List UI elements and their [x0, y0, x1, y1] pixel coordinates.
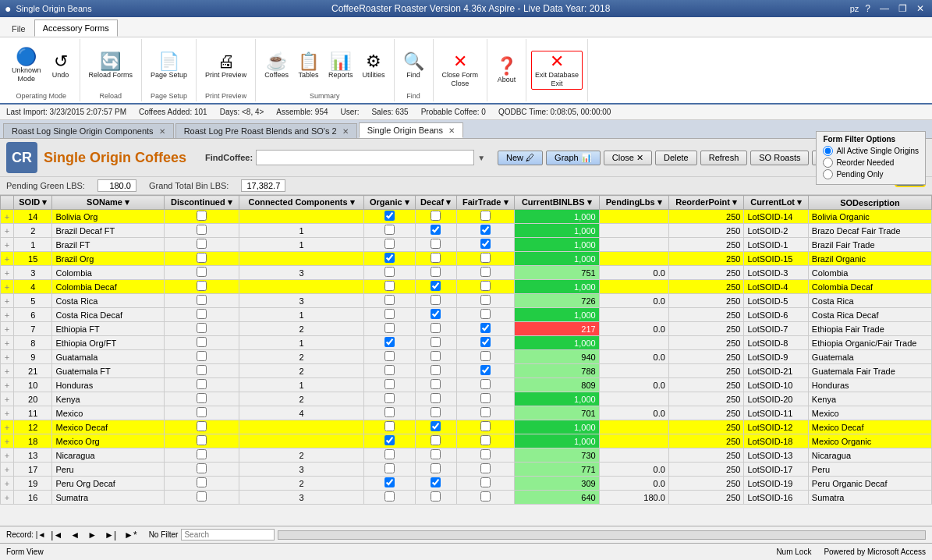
cell-fairtrade[interactable]	[456, 266, 514, 280]
row-expand[interactable]: +	[1, 420, 14, 434]
table-row[interactable]: +11Mexico47010.0250LotSOID-11Mexico	[1, 406, 932, 420]
col-soname[interactable]: SOName ▾	[52, 196, 164, 210]
cell-decaf[interactable]	[415, 378, 456, 392]
table-row[interactable]: +21Guatemala FT2788250LotSOID-21Guatemal…	[1, 364, 932, 378]
table-row[interactable]: +18Mexico Org1,000250LotSOID-18Mexico Or…	[1, 434, 932, 448]
cell-discontinued[interactable]	[164, 252, 239, 266]
cell-organic[interactable]	[364, 477, 416, 491]
cell-organic[interactable]	[364, 463, 416, 477]
doc-tab-roast-log-so[interactable]: Roast Log Single Origin Components ✕	[3, 123, 174, 138]
new-button[interactable]: New 🖊	[498, 151, 543, 165]
cell-discontinued[interactable]	[164, 210, 239, 224]
cell-discontinued[interactable]	[164, 434, 239, 448]
row-expand[interactable]: +	[1, 252, 14, 266]
row-expand[interactable]: +	[1, 350, 14, 364]
cell-discontinued[interactable]	[164, 420, 239, 434]
cell-decaf[interactable]	[415, 463, 456, 477]
cell-fairtrade[interactable]	[456, 364, 514, 378]
row-expand[interactable]: +	[1, 378, 14, 392]
table-row[interactable]: +7Ethiopia FT22170.0250LotSOID-7Ethiopia…	[1, 322, 932, 336]
table-row[interactable]: +6Costa Rica Decaf11,000250LotSOID-6Cost…	[1, 308, 932, 322]
row-expand[interactable]: +	[1, 491, 14, 505]
coffees-btn[interactable]: ☕ Coffees	[260, 51, 292, 81]
cell-decaf[interactable]	[415, 364, 456, 378]
cell-decaf[interactable]	[415, 252, 456, 266]
cell-discontinued[interactable]	[164, 378, 239, 392]
filter-reorder-radio[interactable]	[823, 158, 833, 168]
row-expand[interactable]: +	[1, 448, 14, 463]
page-setup-btn[interactable]: 📄 Page Setup	[147, 51, 191, 81]
table-container[interactable]: SOID ▾ SOName ▾ Discontinued ▾ Connected…	[0, 195, 932, 521]
help-titlebar-btn[interactable]: ?	[862, 3, 874, 14]
find-dropdown-btn[interactable]: ▼	[477, 154, 485, 162]
tables-btn[interactable]: 📋 Tables	[294, 51, 323, 81]
table-row[interactable]: +15Brazil Org1,000250LotSOID-15Brazil Or…	[1, 252, 932, 266]
row-expand[interactable]: +	[1, 308, 14, 322]
cell-discontinued[interactable]	[164, 280, 239, 294]
cell-fairtrade[interactable]	[456, 280, 514, 294]
row-expand[interactable]: +	[1, 322, 14, 336]
col-organic[interactable]: Organic ▾	[364, 196, 416, 210]
cell-fairtrade[interactable]	[456, 420, 514, 434]
table-row[interactable]: +20Kenya21,000250LotSOID-20Kenya	[1, 392, 932, 406]
cell-decaf[interactable]	[415, 434, 456, 448]
row-expand[interactable]: +	[1, 364, 14, 378]
filter-pending-radio[interactable]	[823, 169, 833, 179]
row-expand[interactable]: +	[1, 434, 14, 448]
cell-fairtrade[interactable]	[456, 238, 514, 252]
row-expand[interactable]: +	[1, 266, 14, 280]
cell-organic[interactable]	[364, 434, 416, 448]
cell-organic[interactable]	[364, 378, 416, 392]
cell-fairtrade[interactable]	[456, 378, 514, 392]
undo-btn[interactable]: ↺ Undo	[47, 51, 75, 81]
cell-organic[interactable]	[364, 364, 416, 378]
cell-discontinued[interactable]	[164, 448, 239, 463]
cell-organic[interactable]	[364, 252, 416, 266]
cell-organic[interactable]	[364, 406, 416, 420]
cell-decaf[interactable]	[415, 448, 456, 463]
cell-discontinued[interactable]	[164, 463, 239, 477]
cell-decaf[interactable]	[415, 350, 456, 364]
cell-fairtrade[interactable]	[456, 491, 514, 505]
cell-discontinued[interactable]	[164, 308, 239, 322]
reload-forms-btn[interactable]: 🔄 Reload Forms	[85, 51, 137, 81]
cell-fairtrade[interactable]	[456, 322, 514, 336]
delete-button[interactable]: Delete	[655, 151, 697, 165]
exit-database-btn[interactable]: ✕ Exit Database Exit	[531, 51, 583, 90]
find-coffee-input[interactable]	[256, 150, 474, 165]
doc-tab-single-origin-beans[interactable]: Single Origin Beans ✕	[359, 122, 463, 138]
col-currentlot[interactable]: CurrentLot ▾	[744, 196, 808, 210]
cell-discontinued[interactable]	[164, 491, 239, 505]
cell-discontinued[interactable]	[164, 406, 239, 420]
col-discontinued[interactable]: Discontinued ▾	[164, 196, 239, 210]
cell-decaf[interactable]	[415, 266, 456, 280]
col-soid[interactable]: SOID ▾	[13, 196, 51, 210]
cell-organic[interactable]	[364, 210, 416, 224]
col-decaf[interactable]: Decaf ▾	[415, 196, 456, 210]
filter-all-radio[interactable]	[823, 146, 833, 156]
so-roasts-button[interactable]: SO Roasts	[750, 151, 809, 165]
doc-tab-roast-log-pre[interactable]: Roast Log Pre Roast Blends and SO's 2 ✕	[175, 123, 357, 138]
table-row[interactable]: +2Brazil Decaf FT11,000250LotSOID-2Brazo…	[1, 224, 932, 238]
col-pendinglbs[interactable]: PendingLbs ▾	[599, 196, 668, 210]
col-reorderpoint[interactable]: ReorderPoint ▾	[668, 196, 744, 210]
cell-organic[interactable]	[364, 491, 416, 505]
minimize-btn[interactable]: —	[877, 3, 892, 14]
cell-discontinued[interactable]	[164, 336, 239, 350]
col-connected[interactable]: Connected Components ▾	[239, 196, 364, 210]
row-expand[interactable]: +	[1, 463, 14, 477]
cell-discontinued[interactable]	[164, 350, 239, 364]
cell-organic[interactable]	[364, 224, 416, 238]
table-row[interactable]: +13Nicaragua2730250LotSOID-13Nicaragua	[1, 448, 932, 463]
close-tab-0[interactable]: ✕	[159, 127, 165, 136]
cell-organic[interactable]	[364, 280, 416, 294]
row-expand[interactable]: +	[1, 406, 14, 420]
cell-decaf[interactable]	[415, 491, 456, 505]
print-preview-btn[interactable]: 🖨 Print Preview	[201, 51, 250, 81]
cell-organic[interactable]	[364, 294, 416, 308]
cell-fairtrade[interactable]	[456, 294, 514, 308]
cell-fairtrade[interactable]	[456, 336, 514, 350]
cell-organic[interactable]	[364, 448, 416, 463]
cell-decaf[interactable]	[415, 420, 456, 434]
table-row[interactable]: +16Sumatra3640180.0250LotSOID-16Sumatra	[1, 491, 932, 505]
